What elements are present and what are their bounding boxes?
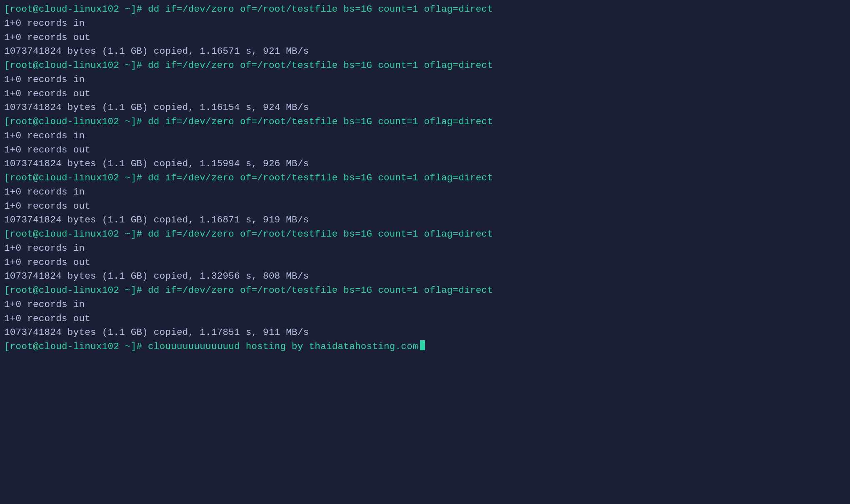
dd-command: dd if=/dev/zero of=/root/testfile bs=1G … <box>148 4 493 15</box>
dd-summary: 1073741824 bytes (1.1 GB) copied, 1.1657… <box>4 46 309 57</box>
dd-summary: 1073741824 bytes (1.1 GB) copied, 1.1599… <box>4 158 309 169</box>
dd-records-out: 1+0 records out <box>4 257 90 268</box>
shell-prompt: [root@cloud-linux102 ~]# <box>4 172 148 183</box>
user-input[interactable]: clouuuuuuuuuuuud hosting by thaidatahost… <box>148 341 418 352</box>
shell-prompt: [root@cloud-linux102 ~]# <box>4 229 148 240</box>
dd-summary: 1073741824 bytes (1.1 GB) copied, 1.1615… <box>4 102 309 113</box>
shell-prompt: [root@cloud-linux102 ~]# <box>4 60 148 71</box>
dd-records-in: 1+0 records in <box>4 74 85 85</box>
dd-summary: 1073741824 bytes (1.1 GB) copied, 1.1687… <box>4 215 309 225</box>
dd-records-out: 1+0 records out <box>4 201 90 212</box>
shell-prompt: [root@cloud-linux102 ~]# <box>4 285 148 296</box>
shell-prompt: [root@cloud-linux102 ~]# <box>4 4 148 15</box>
dd-command: dd if=/dev/zero of=/root/testfile bs=1G … <box>148 60 493 71</box>
dd-summary: 1073741824 bytes (1.1 GB) copied, 1.1785… <box>4 327 309 338</box>
dd-records-in: 1+0 records in <box>4 243 85 254</box>
shell-prompt: [root@cloud-linux102 ~]# <box>4 116 148 127</box>
dd-command: dd if=/dev/zero of=/root/testfile bs=1G … <box>148 229 493 240</box>
dd-records-out: 1+0 records out <box>4 145 90 155</box>
dd-records-in: 1+0 records in <box>4 130 85 141</box>
dd-records-out: 1+0 records out <box>4 313 90 324</box>
cursor-icon <box>420 340 425 350</box>
dd-command: dd if=/dev/zero of=/root/testfile bs=1G … <box>148 172 493 183</box>
dd-records-in: 1+0 records in <box>4 299 85 310</box>
dd-records-out: 1+0 records out <box>4 88 90 99</box>
terminal-output[interactable]: [root@cloud-linux102 ~]# dd if=/dev/zero… <box>4 2 846 354</box>
dd-summary: 1073741824 bytes (1.1 GB) copied, 1.3295… <box>4 271 309 282</box>
dd-records-in: 1+0 records in <box>4 18 85 29</box>
shell-prompt: [root@cloud-linux102 ~]# <box>4 341 148 352</box>
dd-records-in: 1+0 records in <box>4 187 85 197</box>
dd-records-out: 1+0 records out <box>4 32 90 43</box>
dd-command: dd if=/dev/zero of=/root/testfile bs=1G … <box>148 116 493 127</box>
dd-command: dd if=/dev/zero of=/root/testfile bs=1G … <box>148 285 493 296</box>
